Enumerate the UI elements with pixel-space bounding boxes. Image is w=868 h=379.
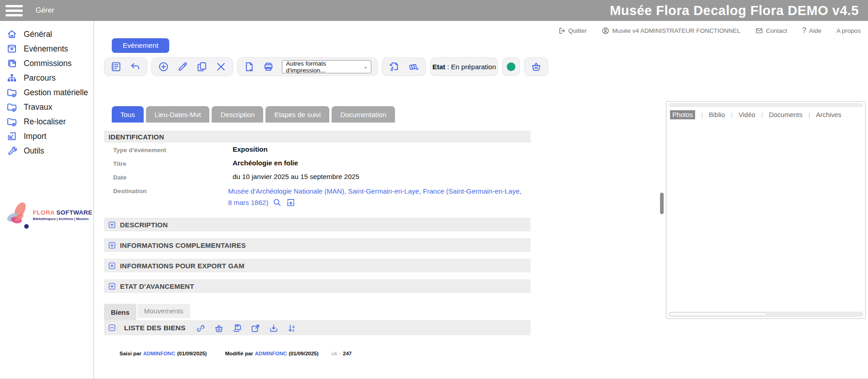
about-link[interactable]: A propos (837, 27, 861, 34)
flora-logo: FLORA SOFTWARE Bibliothèques | Archives … (3, 200, 92, 230)
status-indicator-group (502, 57, 520, 76)
sidebar-item-label: Re-localiser (24, 117, 66, 127)
tab-separator: | (808, 111, 810, 118)
sidebar-item-commissions[interactable]: Commissions (0, 56, 94, 71)
toolbar-group-docs (382, 57, 426, 76)
liste-des-biens-bar: LISTE DES BIENS AZ (104, 320, 530, 335)
tab-tous[interactable]: Tous (112, 106, 144, 123)
quit-button[interactable]: Quitter (558, 27, 587, 35)
expand-plus-icon[interactable] (108, 221, 116, 229)
toolbar-group-view (104, 57, 147, 76)
created-date: (01/09/2025) (177, 351, 207, 356)
expand-plus-icon[interactable] (108, 241, 116, 249)
sidebar-item-gestion-materielle[interactable]: Gestion matérielle (0, 85, 94, 100)
sidebar-nav: Général Evènements Commissions Parcours … (0, 21, 94, 158)
edit-icon[interactable] (177, 61, 188, 72)
section-title: INFORMATIONS COMPLEMENTAIRES (120, 241, 246, 249)
help-label: Aide (809, 27, 821, 34)
identification-title: IDENTIFICATION (109, 133, 164, 141)
tab-documentation[interactable]: Documentation (332, 106, 395, 123)
logout-icon (558, 27, 566, 35)
menu-label[interactable]: Gérer (36, 6, 54, 15)
basket-icon[interactable] (214, 323, 224, 333)
print-format-select[interactable]: Autres formats d'impression... ⌄ (282, 60, 371, 73)
field-value: du 10 janvier 2025 au 15 septembre 2025 (233, 172, 359, 182)
menu-icon[interactable] (5, 5, 23, 16)
media-panel-top-scrollbar[interactable] (669, 103, 863, 107)
sidebar-item-label: Parcours (24, 73, 56, 83)
about-label: A propos (837, 27, 861, 34)
undo-icon[interactable] (130, 61, 141, 72)
media-tab-video[interactable]: Vidéo (738, 111, 755, 118)
export-doc-icon[interactable] (244, 61, 255, 72)
section-etat-avancement[interactable]: ETAT D'AVANCEMENT (104, 279, 530, 293)
expand-plus-icon[interactable] (108, 282, 116, 290)
field-row-destination: Destination Musée d'Archéologie National… (113, 186, 524, 209)
trolley-icon[interactable] (407, 61, 420, 72)
media-panel: Photos | Biblio | Vidéo | Documents | Ar… (666, 101, 866, 319)
sidebar-item-general[interactable]: Général (0, 27, 94, 41)
open-record-icon[interactable] (286, 198, 296, 207)
tab-description[interactable]: Description (212, 106, 263, 123)
sidebar-item-label: Commissions (24, 59, 72, 68)
print-icon[interactable] (263, 61, 274, 72)
section-description[interactable]: DESCRIPTION (104, 218, 530, 231)
tab-lieu-dates-mvt[interactable]: Lieu-Dates-Mvt (146, 106, 210, 123)
sidebar-item-relocaliser[interactable]: Re-localiser (0, 114, 94, 129)
save-icon[interactable] (232, 323, 242, 333)
collapse-minus-icon[interactable] (108, 324, 116, 332)
user-menu[interactable]: Musée v4 ADMINISTRATEUR FONCTIONNEL (602, 27, 740, 35)
status-value: En préparation (451, 63, 496, 71)
link-icon[interactable] (196, 323, 206, 333)
contact-link[interactable]: Contact (755, 27, 787, 34)
expand-plus-icon[interactable] (108, 262, 116, 270)
scrollbar-thumb[interactable] (669, 312, 767, 316)
sidebar-item-label: Evènements (24, 44, 68, 54)
panel-resize-handle[interactable] (660, 193, 664, 214)
user-label: Musée v4 ADMINISTRATEUR FONCTIONNEL (612, 27, 740, 34)
download-icon[interactable] (269, 323, 279, 333)
add-icon[interactable] (158, 61, 169, 72)
help-link[interactable]: ? Aide (802, 26, 821, 35)
page-root: Gérer Musée Flora Decalog Flora DEMO v4.… (0, 0, 868, 379)
archive-icon (6, 43, 18, 54)
media-tab-biblio[interactable]: Biblio (709, 111, 725, 118)
destination-link[interactable]: Musée d'Archéologie Nationale (MAN), Sai… (228, 186, 524, 209)
doc-attach-icon[interactable] (388, 61, 400, 72)
liste-title: LISTE DES BIENS (124, 324, 186, 332)
tab-separator: | (761, 111, 763, 118)
home-icon (6, 29, 18, 40)
tab-etapes-de-suivi[interactable]: Etapes de suivi (265, 106, 329, 123)
sidebar-item-parcours[interactable]: Parcours (0, 71, 94, 85)
tab-mouvements[interactable]: Mouvements (137, 304, 190, 318)
tab-separator: | (731, 111, 733, 118)
tab-biens[interactable]: Biens (104, 304, 136, 320)
modified-user-link[interactable]: ADMINFONC (255, 351, 287, 356)
folders-icon (6, 58, 18, 69)
basket-icon[interactable] (530, 61, 542, 72)
delete-icon[interactable] (215, 61, 227, 72)
media-panel-bottom-scrollbar[interactable] (668, 312, 863, 317)
media-tab-photos[interactable]: Photos (670, 110, 695, 119)
sidebar-item-evenements[interactable]: Evènements (0, 41, 94, 56)
identification-header: IDENTIFICATION (104, 131, 530, 143)
media-tab-documents[interactable]: Documents (769, 111, 802, 118)
search-form-button[interactable] (110, 61, 122, 72)
created-user-link[interactable]: ADMINFONC (143, 351, 175, 356)
field-row-titre: Titre Archéologie en folie (113, 159, 524, 168)
copy-icon[interactable] (196, 61, 208, 72)
external-link-icon[interactable] (250, 323, 260, 333)
search-icon[interactable] (272, 198, 282, 207)
uk-value: 247 (343, 351, 352, 356)
sidebar-item-label: Import (24, 132, 47, 141)
section-informations-complementaires[interactable]: INFORMATIONS COMPLEMENTAIRES (104, 238, 530, 252)
sidebar-item-outils[interactable]: Outils (0, 143, 94, 158)
section-export-gam[interactable]: INFORMATIONS POUR EXPORT GAM (104, 259, 530, 272)
sort-icon[interactable]: AZ (287, 323, 297, 333)
sub-tabs: Biens Mouvements (104, 304, 190, 320)
media-tab-archives[interactable]: Archives (816, 111, 842, 118)
record-type-tab[interactable]: Evènement (112, 38, 169, 53)
sidebar-item-import[interactable]: Import (0, 129, 94, 143)
app-title: Musée Flora Decalog Flora DEMO v4.5 (610, 3, 868, 18)
sidebar-item-travaux[interactable]: Travaux (0, 100, 94, 114)
